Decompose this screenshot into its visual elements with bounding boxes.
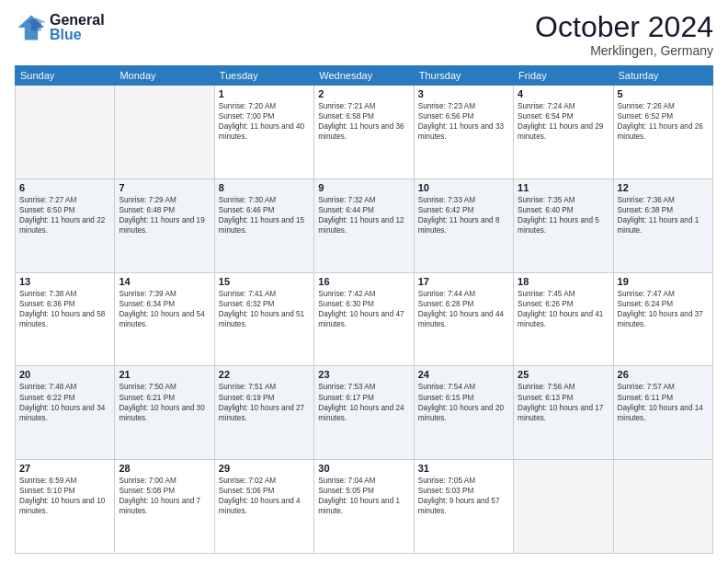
sunrise-text: Sunrise: 7:35 AM [518, 196, 574, 204]
sunrise-text: Sunrise: 7:39 AM [119, 290, 176, 298]
sunset-text: Sunset: 6:32 PM [219, 300, 275, 308]
calendar-week-row: 27Sunrise: 6:59 AMSunset: 5:10 PMDayligh… [16, 460, 713, 554]
calendar-cell: 6Sunrise: 7:27 AMSunset: 6:50 PMDaylight… [16, 178, 115, 272]
calendar-table: Sunday Monday Tuesday Wednesday Thursday… [15, 65, 713, 554]
header-sunday: Sunday [16, 66, 115, 86]
sunrise-text: Sunrise: 7:32 AM [318, 196, 375, 204]
day-number: 31 [418, 463, 509, 474]
day-info: Sunrise: 7:54 AMSunset: 6:15 PMDaylight:… [418, 382, 509, 422]
header-tuesday: Tuesday [214, 66, 313, 86]
sunset-text: Sunset: 6:52 PM [618, 112, 674, 121]
day-info: Sunrise: 7:32 AMSunset: 6:44 PMDaylight:… [318, 195, 409, 236]
calendar-cell: 17Sunrise: 7:44 AMSunset: 6:28 PMDayligh… [414, 272, 513, 366]
sunrise-text: Sunrise: 7:57 AM [618, 383, 675, 391]
sunset-text: Sunset: 6:24 PM [618, 300, 674, 308]
day-info: Sunrise: 7:04 AMSunset: 5:05 PMDaylight:… [318, 476, 409, 516]
day-info: Sunrise: 7:33 AMSunset: 6:42 PMDaylight:… [418, 195, 509, 236]
day-info: Sunrise: 7:26 AMSunset: 6:52 PMDaylight:… [618, 101, 709, 142]
day-info: Sunrise: 6:59 AMSunset: 5:10 PMDaylight:… [19, 476, 110, 516]
sunrise-text: Sunrise: 7:53 AM [318, 383, 375, 391]
day-number: 8 [219, 182, 310, 193]
calendar-week-row: 13Sunrise: 7:38 AMSunset: 6:36 PMDayligh… [16, 272, 713, 366]
daylight-text: Daylight: 11 hours and 36 minutes. [318, 122, 404, 141]
day-number: 1 [219, 88, 310, 99]
day-number: 15 [219, 276, 310, 287]
calendar-cell: 28Sunrise: 7:00 AMSunset: 5:08 PMDayligh… [115, 460, 214, 554]
day-info: Sunrise: 7:48 AMSunset: 6:22 PMDaylight:… [19, 382, 110, 422]
day-number: 29 [219, 463, 310, 474]
sunset-text: Sunset: 6:26 PM [518, 300, 574, 308]
day-info: Sunrise: 7:00 AMSunset: 5:08 PMDaylight:… [119, 476, 210, 516]
daylight-text: Daylight: 10 hours and 34 minutes. [19, 404, 105, 422]
calendar-cell: 9Sunrise: 7:32 AMSunset: 6:44 PMDaylight… [314, 178, 414, 272]
sunrise-text: Sunrise: 7:44 AM [418, 290, 475, 298]
logo-words: General Blue [50, 13, 105, 42]
day-number: 30 [318, 463, 409, 474]
sunset-text: Sunset: 6:48 PM [119, 206, 175, 214]
calendar-cell [115, 86, 214, 179]
calendar-cell: 20Sunrise: 7:48 AMSunset: 6:22 PMDayligh… [16, 366, 115, 460]
day-info: Sunrise: 7:50 AMSunset: 6:21 PMDaylight:… [119, 382, 210, 422]
sunset-text: Sunset: 5:05 PM [318, 487, 374, 495]
calendar-page: General Blue October 2024 Merklingen, Ge… [0, 0, 728, 563]
daylight-text: Daylight: 9 hours and 57 minutes. [418, 497, 500, 515]
calendar-cell: 7Sunrise: 7:29 AMSunset: 6:48 PMDaylight… [115, 178, 214, 272]
day-number: 9 [318, 182, 409, 193]
sunrise-text: Sunrise: 7:38 AM [19, 290, 76, 298]
sunset-text: Sunset: 6:46 PM [219, 206, 275, 214]
logo-general-text: General [50, 13, 105, 28]
sunset-text: Sunset: 6:54 PM [518, 112, 574, 121]
calendar-cell: 3Sunrise: 7:23 AMSunset: 6:56 PMDaylight… [414, 86, 513, 179]
calendar-cell: 21Sunrise: 7:50 AMSunset: 6:21 PMDayligh… [115, 366, 214, 460]
calendar-cell: 2Sunrise: 7:21 AMSunset: 6:58 PMDaylight… [314, 86, 414, 179]
sunset-text: Sunset: 6:19 PM [219, 394, 275, 402]
calendar-cell: 8Sunrise: 7:30 AMSunset: 6:46 PMDaylight… [214, 178, 313, 272]
month-title: October 2024 [535, 11, 713, 43]
sunset-text: Sunset: 6:15 PM [418, 394, 474, 402]
sunset-text: Sunset: 6:50 PM [19, 206, 75, 214]
sunrise-text: Sunrise: 7:48 AM [19, 383, 76, 391]
sunrise-text: Sunrise: 7:27 AM [19, 196, 76, 204]
sunrise-text: Sunrise: 7:56 AM [518, 383, 574, 391]
sunset-text: Sunset: 6:34 PM [119, 300, 175, 308]
calendar-cell: 25Sunrise: 7:56 AMSunset: 6:13 PMDayligh… [514, 366, 613, 460]
day-info: Sunrise: 7:23 AMSunset: 6:56 PMDaylight:… [418, 101, 509, 142]
sunrise-text: Sunrise: 7:04 AM [318, 477, 375, 485]
daylight-text: Daylight: 11 hours and 12 minutes. [318, 216, 404, 235]
day-number: 5 [618, 88, 709, 99]
weekday-header-row: Sunday Monday Tuesday Wednesday Thursday… [16, 66, 713, 86]
sunrise-text: Sunrise: 7:36 AM [618, 196, 675, 204]
day-info: Sunrise: 7:27 AMSunset: 6:50 PMDaylight:… [19, 195, 110, 236]
day-info: Sunrise: 7:36 AMSunset: 6:38 PMDaylight:… [618, 195, 709, 236]
day-number: 19 [618, 276, 709, 287]
day-number: 28 [119, 463, 210, 474]
day-number: 17 [418, 276, 509, 287]
daylight-text: Daylight: 11 hours and 5 minutes. [518, 216, 599, 235]
calendar-cell: 15Sunrise: 7:41 AMSunset: 6:32 PMDayligh… [214, 272, 313, 366]
calendar-week-row: 1Sunrise: 7:20 AMSunset: 7:00 PMDaylight… [16, 86, 713, 179]
calendar-cell: 26Sunrise: 7:57 AMSunset: 6:11 PMDayligh… [613, 366, 712, 460]
sunset-text: Sunset: 6:17 PM [318, 394, 374, 402]
day-info: Sunrise: 7:30 AMSunset: 6:46 PMDaylight:… [219, 195, 310, 236]
sunrise-text: Sunrise: 7:51 AM [219, 383, 276, 391]
calendar-cell: 22Sunrise: 7:51 AMSunset: 6:19 PMDayligh… [214, 366, 313, 460]
daylight-text: Daylight: 11 hours and 19 minutes. [119, 216, 204, 235]
day-info: Sunrise: 7:56 AMSunset: 6:13 PMDaylight:… [518, 382, 609, 422]
calendar-cell: 16Sunrise: 7:42 AMSunset: 6:30 PMDayligh… [314, 272, 414, 366]
sunset-text: Sunset: 6:42 PM [418, 206, 474, 214]
calendar-cell: 31Sunrise: 7:05 AMSunset: 5:03 PMDayligh… [414, 460, 513, 554]
day-info: Sunrise: 7:45 AMSunset: 6:26 PMDaylight:… [518, 289, 609, 329]
day-number: 10 [418, 182, 509, 193]
sunrise-text: Sunrise: 7:20 AM [219, 102, 276, 110]
sunset-text: Sunset: 6:21 PM [119, 394, 175, 402]
daylight-text: Daylight: 10 hours and 10 minutes. [19, 497, 105, 515]
sunset-text: Sunset: 5:10 PM [19, 487, 75, 495]
day-number: 25 [518, 369, 609, 380]
sunrise-text: Sunrise: 7:29 AM [119, 196, 176, 204]
day-info: Sunrise: 7:41 AMSunset: 6:32 PMDaylight:… [219, 289, 310, 329]
day-number: 4 [518, 88, 609, 99]
day-info: Sunrise: 7:20 AMSunset: 7:00 PMDaylight:… [219, 101, 310, 142]
logo-blue-text: Blue [50, 28, 105, 42]
day-number: 20 [19, 369, 110, 380]
sunset-text: Sunset: 6:44 PM [318, 206, 374, 214]
